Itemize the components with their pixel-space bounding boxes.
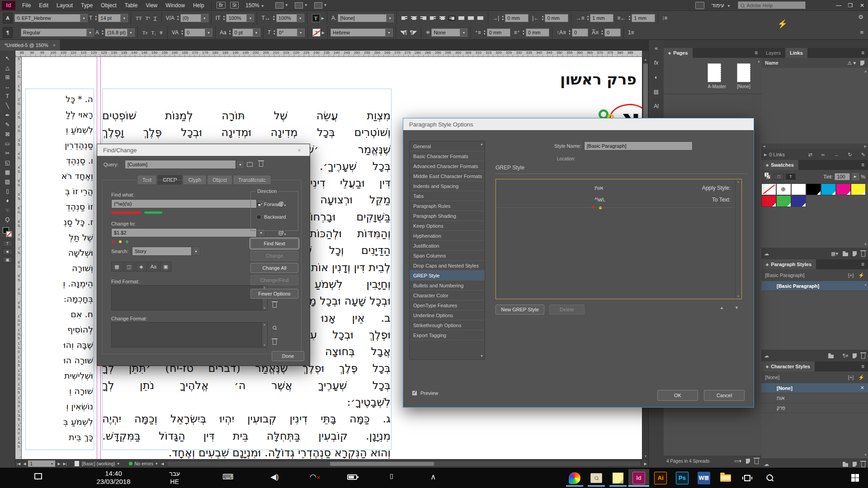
restore-button[interactable]: ❒ (844, 0, 856, 10)
style-options-item[interactable]: Justification (410, 241, 485, 251)
bulleted-list-icon[interactable]: ⁝≡ (662, 15, 667, 21)
help-search-input[interactable]: ϘAdobe Help (738, 1, 806, 9)
search-option-button[interactable]: ▦ (111, 262, 123, 272)
scrollbar-thumb[interactable] (330, 462, 434, 466)
cc-libraries-icon[interactable]: ☁ (764, 461, 769, 467)
justify-all-button[interactable] (458, 16, 465, 21)
delete-swatch-icon[interactable] (861, 252, 865, 257)
gear-icon[interactable]: ⚙ (858, 14, 863, 20)
forward-radio[interactable]: Forward (256, 202, 282, 207)
edit-original-icon[interactable]: ✎ (861, 152, 865, 158)
font-size-field[interactable]: 14 pt (98, 14, 121, 22)
goto-link-icon[interactable]: → (834, 152, 839, 157)
tool-button[interactable]: ▨ (2, 177, 13, 186)
tool-button[interactable]: ♦ (2, 196, 13, 205)
tool-button[interactable]: △ (2, 63, 13, 72)
master-page-thumbnail[interactable] (708, 63, 721, 82)
close-icon[interactable]: × (295, 147, 304, 154)
master-page-thumbnail[interactable] (737, 63, 750, 82)
ltr-paragraph-button[interactable]: ¶◤ (410, 29, 417, 36)
tool-button[interactable]: ✒ (2, 110, 13, 120)
last-line-indent-field[interactable]: 1 mm (632, 14, 655, 22)
underline-button[interactable]: T (154, 15, 157, 21)
horizontal-scale-field[interactable]: 100% (276, 14, 297, 22)
search-scope-field[interactable]: Story▼ (132, 247, 192, 256)
photoshop-taskbar-icon[interactable]: Ps (672, 469, 693, 487)
links-panel-tab[interactable]: Links (785, 48, 807, 58)
right-indent-field[interactable]: 0 mm (505, 14, 528, 22)
style-options-item[interactable]: OpenType Features (410, 300, 485, 310)
swatch-paper[interactable] (791, 183, 806, 195)
touch-workspace-icon[interactable] (695, 2, 704, 9)
style-options-item[interactable]: Underline Options (410, 310, 485, 320)
rtl-paragraph-button[interactable]: ◥¶ (400, 29, 407, 36)
quick-apply-icon[interactable]: ⚡ (858, 272, 864, 278)
tool-button[interactable]: ↖ (2, 53, 13, 63)
baseline-shift-dropdown[interactable]: ▼ (253, 28, 260, 37)
document-tab[interactable]: *Untitled-5 @ 150% × (0, 40, 61, 51)
screen-mode-normal-button[interactable]: ▣ (3, 257, 13, 263)
scroll-down-icon[interactable]: ▼ (864, 243, 867, 246)
style-group-icon[interactable]: [+] (848, 272, 854, 278)
apply-color-button[interactable]: ■ (3, 249, 13, 255)
bridge-button[interactable]: Br (217, 2, 226, 9)
swatch-color[interactable] (836, 183, 851, 195)
new-style-icon[interactable] (853, 462, 857, 467)
skew-field[interactable]: 0° (277, 28, 297, 37)
move-up-icon[interactable]: ▲ (720, 305, 724, 310)
panel-menu-icon[interactable]: ≡ (858, 160, 868, 170)
align-left-button[interactable] (401, 16, 408, 21)
drop-cap-lines-field[interactable]: 0 (572, 28, 588, 37)
language-dropdown[interactable]: ▼ (386, 28, 393, 37)
clear-format-icon[interactable] (273, 303, 277, 308)
change-all-button[interactable]: Change All (250, 263, 298, 273)
taskbar-search-icon[interactable]: Ϙ (760, 469, 780, 487)
find-next-button[interactable]: Find Next (250, 239, 298, 249)
arrange-documents-button[interactable] (314, 2, 322, 9)
menu-item[interactable]: Table (121, 0, 142, 11)
style-options-item[interactable]: Character Color (410, 291, 485, 300)
workspace-switcher[interactable]: עימוד ▼ (712, 2, 731, 9)
horizontal-ruler[interactable]: 8590951001051101151201251301351401451501… (15, 51, 642, 57)
preflight-icon[interactable] (75, 461, 79, 466)
panel-menu-icon[interactable]: ≡ (858, 259, 868, 269)
stock-button[interactable]: St (230, 2, 239, 9)
scroll-right-icon[interactable]: ▶ (864, 145, 867, 148)
style-options-item[interactable]: Basic Character Formats (410, 151, 485, 161)
ok-button[interactable]: OK (657, 390, 698, 401)
formatting-container-button[interactable]: □ (774, 174, 784, 180)
language-field[interactable]: Hebrew (330, 28, 386, 37)
tool-button[interactable]: ↔ (2, 82, 13, 91)
style-options-item[interactable]: Keep Options (410, 221, 485, 231)
tool-button[interactable]: Ϙ (2, 215, 13, 224)
horizontal-scale-dropdown[interactable]: ▼ (297, 14, 304, 22)
menu-item[interactable]: Layout (52, 0, 77, 11)
space-after-field[interactable]: 0 mm (526, 28, 549, 37)
next-page-button[interactable]: ▶ (57, 462, 60, 466)
style-options-item[interactable]: General (410, 141, 485, 151)
new-style-group-icon[interactable] (828, 355, 834, 358)
update-link-icon[interactable]: ↻ (848, 152, 852, 158)
tool-button[interactable]: T (2, 91, 13, 101)
links-name-column[interactable]: Name (765, 60, 778, 66)
character-style-dropdown[interactable]: ▼ (387, 14, 394, 22)
superscript-button[interactable]: T¹ (146, 15, 150, 21)
checkbox-icon[interactable] (412, 390, 417, 396)
panel-menu-icon[interactable]: ≡ (860, 29, 863, 36)
minimize-button[interactable]: — (833, 0, 844, 10)
swatch-color[interactable] (776, 195, 791, 207)
dialog-titlebar[interactable]: Paragraph Style Options (403, 118, 754, 130)
style-options-item[interactable]: Hyphenation (410, 231, 485, 241)
delete-button[interactable]: Delete (549, 305, 585, 314)
scroll-left-arrow[interactable]: ◀ (161, 462, 164, 466)
cc-libraries-icon[interactable]: ☁ (764, 251, 769, 257)
menu-item[interactable]: Help (189, 0, 208, 11)
last-page-button[interactable]: ▶| (63, 462, 67, 466)
first-page-button[interactable]: |◀ (17, 462, 20, 466)
panel-menu-icon[interactable]: ≡ (858, 48, 868, 58)
effects-panel-icon[interactable]: fx (651, 57, 662, 69)
done-button[interactable]: Done (272, 351, 304, 361)
font-style-field[interactable]: Regular (21, 28, 87, 37)
language-indicator[interactable]: עבר HE (163, 469, 186, 486)
paragraph-formatting-toggle[interactable]: ¶ (3, 27, 13, 38)
